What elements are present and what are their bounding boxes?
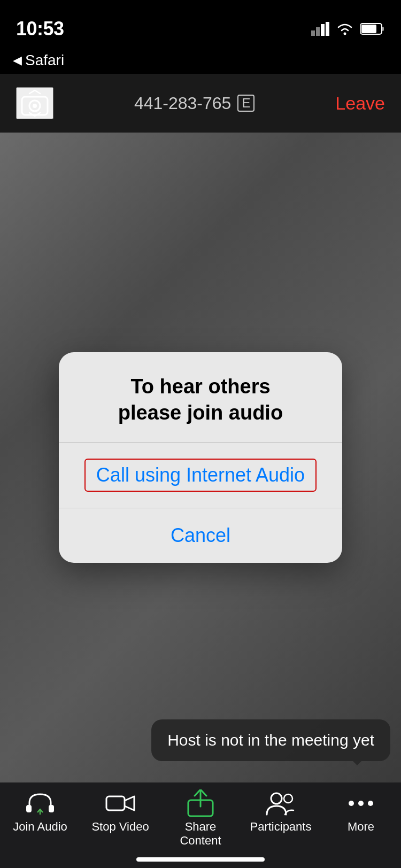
dialog-title-line2: please join audio: [118, 401, 283, 424]
svg-point-17: [271, 793, 282, 804]
stop-video-label: Stop Video: [91, 820, 149, 834]
svg-rect-1: [316, 27, 320, 36]
svg-point-4: [344, 33, 346, 35]
share-icon: [187, 789, 214, 817]
toolbar-item-stop-video[interactable]: Stop Video: [83, 791, 158, 834]
call-internet-audio-label: Call using Internet Audio: [84, 459, 317, 492]
cancel-label: Cancel: [171, 524, 230, 546]
safari-back-label[interactable]: Safari: [13, 52, 64, 69]
meeting-id: 441-283-765 E: [134, 94, 255, 113]
svg-point-18: [284, 794, 292, 803]
toolbar-item-more[interactable]: More: [323, 791, 398, 834]
stop-video-icon-container: [105, 791, 135, 816]
svg-rect-2: [321, 24, 325, 36]
svg-point-20: [358, 801, 364, 806]
lock-icon: E: [237, 95, 255, 112]
safari-back[interactable]: Safari: [0, 47, 401, 74]
svg-point-19: [349, 801, 354, 806]
join-audio-label: Join Audio: [13, 820, 67, 834]
svg-rect-0: [311, 30, 315, 36]
share-content-icon-container: [186, 791, 215, 816]
share-content-label: Share Content: [163, 820, 238, 848]
more-label: More: [348, 820, 374, 834]
more-dots-icon: [346, 791, 376, 816]
join-audio-icon-container: [25, 791, 55, 816]
more-icon-container: [346, 791, 376, 816]
home-indicator: [136, 857, 265, 862]
meeting-id-text: 441-283-765: [134, 94, 231, 113]
dialog-overlay: To hear others please join audio Call us…: [0, 133, 401, 782]
svg-rect-11: [26, 805, 32, 812]
svg-rect-12: [49, 805, 54, 812]
host-toast: Host is not in the meeting yet: [151, 719, 390, 761]
leave-button[interactable]: Leave: [335, 93, 385, 114]
leave-label: Leave: [335, 93, 385, 113]
toolbar-item-share-content[interactable]: Share Content: [163, 791, 238, 848]
dialog-title: To hear others please join audio: [75, 374, 326, 427]
participants-icon: [266, 791, 296, 816]
cancel-button[interactable]: Cancel: [59, 508, 342, 563]
headphone-icon: [25, 791, 55, 816]
participants-label: Participants: [250, 820, 312, 834]
audio-dialog: To hear others please join audio Call us…: [59, 352, 342, 563]
status-time: 10:53: [16, 18, 64, 40]
camera-flip-button[interactable]: [16, 87, 53, 119]
status-icons: [311, 22, 385, 36]
svg-rect-14: [106, 796, 125, 810]
toolbar-item-participants[interactable]: Participants: [243, 791, 318, 834]
dialog-title-line1: To hear others: [130, 375, 270, 398]
dialog-title-section: To hear others please join audio: [59, 352, 342, 443]
wifi-icon: [336, 22, 354, 36]
camera-flip-icon: [18, 89, 52, 117]
svg-point-10: [33, 104, 37, 108]
toolbar-item-join-audio[interactable]: Join Audio: [3, 791, 78, 834]
svg-rect-7: [361, 25, 376, 33]
participants-icon-container: [266, 791, 296, 816]
toast-message: Host is not in the meeting yet: [167, 731, 374, 749]
video-icon: [105, 791, 135, 816]
status-bar: 10:53: [0, 0, 401, 47]
call-internet-audio-button[interactable]: Call using Internet Audio: [59, 443, 342, 508]
svg-rect-3: [326, 22, 329, 36]
battery-icon: [360, 22, 385, 35]
signal-icon: [311, 22, 329, 36]
svg-point-21: [368, 801, 373, 806]
svg-rect-6: [382, 27, 384, 31]
bottom-toolbar: Join Audio Stop Video Share Content: [0, 782, 401, 868]
meeting-header: 441-283-765 E Leave: [0, 74, 401, 133]
